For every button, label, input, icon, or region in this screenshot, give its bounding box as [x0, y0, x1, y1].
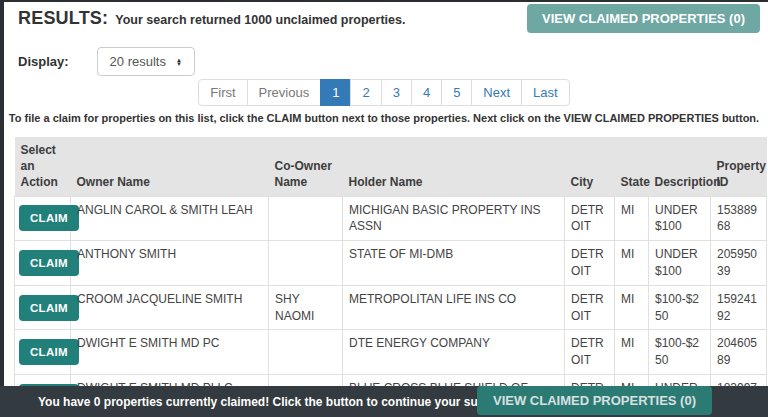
footer-message: You have 0 properties currently claimed!…: [0, 395, 531, 409]
window-left-border: [0, 0, 4, 417]
action-cell: CLAIM: [15, 330, 71, 375]
page-last[interactable]: Last: [521, 79, 570, 106]
owner-name-cell: CROOM JACQUELINE SMITH: [71, 285, 269, 330]
page-4[interactable]: 4: [411, 79, 442, 106]
view-claimed-properties-button-top[interactable]: VIEW CLAIMED PROPERTIES (0): [527, 4, 760, 33]
action-cell: CLAIM: [15, 196, 71, 241]
page-2[interactable]: 2: [350, 79, 381, 106]
owner-name-cell: ANTHONY SMITH: [71, 241, 269, 286]
action-cell: CLAIM: [15, 241, 71, 286]
display-row: Display: 20 results ▲▼: [18, 47, 195, 76]
property-id-cell: 15924192: [711, 285, 767, 330]
holder-name-cell: STATE OF MI-DMB: [343, 241, 565, 286]
column-header-holder-name: Holder Name: [343, 137, 565, 196]
results-per-page-value: 20 results: [110, 54, 166, 69]
holder-name-cell: DTE ENERGY COMPANY: [343, 330, 565, 375]
claim-button[interactable]: CLAIM: [19, 250, 79, 276]
co-owner-name-cell: SHY NAOMI: [269, 285, 343, 330]
description-cell: $100-$250: [649, 285, 711, 330]
co-owner-name-cell: [269, 196, 343, 241]
co-owner-name-cell: [269, 241, 343, 286]
claim-button[interactable]: CLAIM: [19, 205, 79, 231]
column-header-co-owner-name: Co-Owner Name: [269, 137, 343, 196]
column-header-description: Description: [649, 137, 711, 196]
results-per-page-select[interactable]: 20 results ▲▼: [97, 47, 195, 76]
page-5[interactable]: 5: [441, 79, 472, 106]
description-cell: $100-$250: [649, 330, 711, 375]
table-row: CLAIMANGLIN CAROL & SMITH LEAHMICHIGAN B…: [15, 196, 767, 241]
description-cell: UNDER $100: [649, 196, 711, 241]
page-1[interactable]: 1: [320, 79, 351, 106]
results-table: Select an ActionOwner NameCo-Owner NameH…: [14, 137, 767, 417]
pagination: FirstPrevious12345NextLast: [0, 79, 768, 106]
column-header-city: City: [565, 137, 615, 196]
state-cell: MI: [615, 285, 649, 330]
page-first[interactable]: First: [198, 79, 247, 106]
column-header-property-id: Property ID: [711, 137, 767, 196]
column-header-state: State: [615, 137, 649, 196]
holder-name-cell: MICHIGAN BASIC PROPERTY INS ASSN: [343, 196, 565, 241]
property-id-cell: 15388968: [711, 196, 767, 241]
claim-button[interactable]: CLAIM: [19, 339, 79, 365]
column-header-owner-name: Owner Name: [71, 137, 269, 196]
results-summary: Your search returned 1000 unclaimed prop…: [115, 13, 405, 27]
owner-name-cell: ANGLIN CAROL & SMITH LEAH: [71, 196, 269, 241]
state-cell: MI: [615, 330, 649, 375]
results-table-body: CLAIMANGLIN CAROL & SMITH LEAHMICHIGAN B…: [15, 196, 767, 417]
co-owner-name-cell: [269, 330, 343, 375]
owner-name-cell: DWIGHT E SMITH MD PC: [71, 330, 269, 375]
page-next[interactable]: Next: [471, 79, 522, 106]
table-row: CLAIMDWIGHT E SMITH MD PCDTE ENERGY COMP…: [15, 330, 767, 375]
select-arrows-icon: ▲▼: [176, 58, 182, 66]
property-id-cell: 20595039: [711, 241, 767, 286]
table-row: CLAIMANTHONY SMITHSTATE OF MI-DMBDETROIT…: [15, 241, 767, 286]
city-cell: DETROIT: [565, 285, 615, 330]
table-row: CLAIMCROOM JACQUELINE SMITHSHY NAOMIMETR…: [15, 285, 767, 330]
results-header: RESULTS: Your search returned 1000 uncla…: [18, 8, 405, 29]
claim-button[interactable]: CLAIM: [19, 295, 79, 321]
city-cell: DETROIT: [565, 241, 615, 286]
window-top-border: [0, 0, 768, 2]
state-cell: MI: [615, 241, 649, 286]
column-header-select-an-action: Select an Action: [15, 137, 71, 196]
claim-instructions: To file a claim for properties on this l…: [0, 112, 768, 124]
view-claimed-properties-button-bottom[interactable]: VIEW CLAIMED PROPERTIES (0): [477, 386, 712, 415]
page-title: RESULTS:: [18, 8, 108, 29]
property-id-cell: 20460589: [711, 330, 767, 375]
table-header-row: Select an ActionOwner NameCo-Owner NameH…: [15, 137, 767, 196]
page-3[interactable]: 3: [381, 79, 412, 106]
display-label: Display:: [18, 54, 69, 69]
city-cell: DETROIT: [565, 330, 615, 375]
state-cell: MI: [615, 196, 649, 241]
page-previous[interactable]: Previous: [247, 79, 322, 106]
description-cell: UNDER $100: [649, 241, 711, 286]
action-cell: CLAIM: [15, 285, 71, 330]
city-cell: DETROIT: [565, 196, 615, 241]
holder-name-cell: METROPOLITAN LIFE INS CO: [343, 285, 565, 330]
